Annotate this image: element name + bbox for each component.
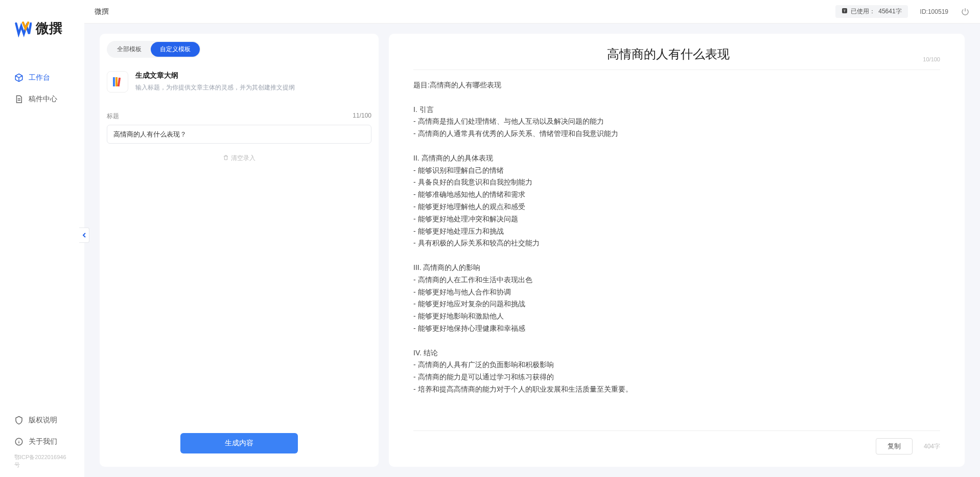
copy-button[interactable]: 复制 bbox=[876, 438, 913, 455]
generate-button[interactable]: 生成内容 bbox=[180, 433, 298, 453]
sidebar-collapse-handle[interactable] bbox=[79, 228, 89, 243]
clear-label: 清空录入 bbox=[231, 154, 255, 163]
logo-text: 微撰 bbox=[36, 19, 62, 37]
shield-icon bbox=[14, 416, 24, 425]
top-header: 微撰 T 已使用： 45641字 ID:100519 bbox=[84, 0, 980, 24]
config-panel: 全部模板 自定义模板 生成文章大纲 输入标题，为你提供文章主体的灵感，并为其创建… bbox=[100, 34, 379, 467]
nav-workspace-label: 工作台 bbox=[29, 73, 50, 82]
template-title: 生成文章大纲 bbox=[135, 71, 371, 80]
template-tabs: 全部模板 自定义模板 bbox=[107, 41, 201, 58]
title-input[interactable] bbox=[107, 125, 371, 144]
tab-all-templates[interactable]: 全部模板 bbox=[108, 42, 151, 57]
books-icon bbox=[107, 71, 128, 93]
svg-rect-3 bbox=[113, 77, 115, 86]
tab-custom-templates[interactable]: 自定义模板 bbox=[151, 42, 200, 57]
usage-value: 45641字 bbox=[878, 7, 901, 16]
icp-text: 鄂ICP备2022016946号 bbox=[0, 452, 84, 470]
result-body: 题目:高情商的人有哪些表现 I. 引言 - 高情商是指人们处理情绪、与他人互动以… bbox=[413, 79, 940, 425]
nav-license[interactable]: 版权说明 bbox=[0, 410, 84, 431]
word-count: 404字 bbox=[924, 442, 940, 451]
document-icon bbox=[14, 95, 24, 104]
user-id: ID:100519 bbox=[920, 8, 948, 15]
result-title: 高情商的人有什么表现 bbox=[413, 46, 923, 62]
cube-icon bbox=[14, 73, 24, 82]
result-title-count: 10/100 bbox=[923, 56, 940, 62]
title-field-label: 标题 bbox=[107, 112, 119, 121]
usage-label: 已使用： bbox=[851, 7, 875, 16]
template-description: 输入标题，为你提供文章主体的灵感，并为其创建推文提纲 bbox=[135, 83, 371, 92]
usage-badge: T 已使用： 45641字 bbox=[835, 5, 907, 18]
svg-rect-4 bbox=[115, 77, 118, 86]
main-nav: 工作台 稿件中心 bbox=[0, 67, 84, 410]
info-icon bbox=[14, 437, 24, 446]
logo-icon bbox=[14, 20, 32, 37]
trash-icon bbox=[223, 154, 229, 162]
title-char-count: 11/100 bbox=[353, 112, 371, 121]
power-icon[interactable] bbox=[961, 7, 970, 16]
sidebar: 微撰 工作台 稿件中心 版权说明 关于我们 鄂ICP备2022016946号 bbox=[0, 0, 84, 477]
app-title: 微撰 bbox=[95, 7, 109, 16]
template-card: 生成文章大纲 输入标题，为你提供文章主体的灵感，并为其创建推文提纲 bbox=[107, 69, 371, 95]
sidebar-bottom: 版权说明 关于我们 鄂ICP备2022016946号 bbox=[0, 410, 84, 477]
nav-workspace[interactable]: 工作台 bbox=[0, 67, 84, 88]
clear-input-button[interactable]: 清空录入 bbox=[107, 154, 371, 163]
usage-icon: T bbox=[842, 8, 848, 15]
brand-logo: 微撰 bbox=[0, 0, 84, 47]
svg-rect-5 bbox=[118, 78, 121, 86]
nav-drafts[interactable]: 稿件中心 bbox=[0, 88, 84, 110]
svg-text:T: T bbox=[844, 9, 846, 13]
nav-about-label: 关于我们 bbox=[29, 437, 57, 446]
nav-drafts-label: 稿件中心 bbox=[29, 95, 57, 104]
result-panel: 高情商的人有什么表现 10/100 题目:高情商的人有哪些表现 I. 引言 - … bbox=[389, 34, 965, 467]
nav-license-label: 版权说明 bbox=[29, 416, 57, 425]
nav-about[interactable]: 关于我们 bbox=[0, 431, 84, 452]
